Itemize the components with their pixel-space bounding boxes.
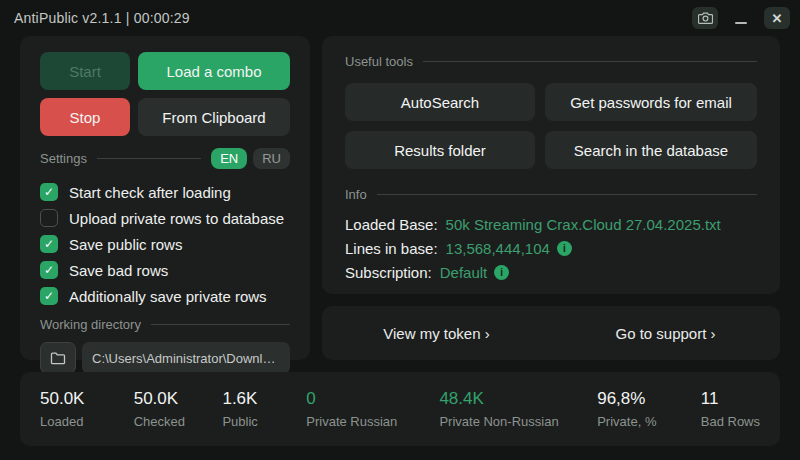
results-folder-button[interactable]: Results folder (345, 131, 535, 169)
working-directory-input[interactable] (82, 342, 290, 374)
lang-toggle-ru[interactable]: RU (253, 148, 290, 169)
stat-value: 50.0K (40, 389, 134, 409)
titlebar-controls: ✕ (692, 7, 790, 29)
app-window: AntiPublic v2.1.1 | 00:00:29 ✕ Start Loa… (0, 0, 800, 460)
useful-tools-buttons: AutoSearch Get passwords for email Resul… (345, 83, 757, 169)
view-token-link[interactable]: View my token › (383, 325, 489, 342)
folder-icon (50, 352, 66, 365)
subscription-row: Subscription: Default i (345, 260, 757, 284)
control-panel: Start Load a combo Stop From Clipboard S… (20, 36, 310, 360)
stat-value: 96,8% (597, 389, 701, 409)
checkbox-save-bad[interactable]: ✓ Save bad rows (40, 257, 290, 283)
search-database-button[interactable]: Search in the database (545, 131, 757, 169)
checkbox-label: Save bad rows (69, 262, 168, 279)
checkbox-checked-icon: ✓ (40, 287, 58, 305)
stat-value: 50.0K (134, 389, 223, 409)
stat-label: Checked (134, 414, 223, 429)
stat-bad-rows: 11 Bad Rows (701, 389, 760, 429)
settings-header: Settings EN RU (40, 148, 290, 169)
subscription-label: Subscription: (345, 264, 432, 281)
close-button[interactable]: ✕ (764, 7, 790, 29)
useful-tools-header: Useful tools (345, 54, 757, 69)
info-header: Info (345, 187, 757, 202)
tools-info-panel: Useful tools AutoSearch Get passwords fo… (322, 36, 780, 294)
minimize-icon (735, 22, 747, 24)
stat-loaded: 50.0K Loaded (40, 389, 134, 429)
divider (97, 158, 201, 159)
working-directory-label: Working directory (40, 317, 141, 332)
loaded-base-row: Loaded Base: 50k Streaming Crax.Cloud 27… (345, 212, 757, 236)
checkbox-label: Upload private rows to database (69, 210, 284, 227)
checkbox-label: Additionally save private rows (69, 288, 267, 305)
stop-button[interactable]: Stop (40, 98, 130, 136)
settings-checkboxes: ✓ Start check after loading Upload priva… (40, 179, 290, 309)
titlebar: AntiPublic v2.1.1 | 00:00:29 ✕ (0, 0, 800, 36)
stats-bar: 50.0K Loaded 50.0K Checked 1.6K Public 0… (20, 372, 780, 446)
stat-public: 1.6K Public (222, 389, 306, 429)
divider (377, 194, 757, 195)
start-button[interactable]: Start (40, 52, 130, 90)
stat-private-percent: 96,8% Private, % (597, 389, 701, 429)
checkbox-checked-icon: ✓ (40, 235, 58, 253)
view-token-half: View my token › (322, 325, 551, 342)
lines-in-base-row: Lines in base: 13,568,444,104 i (345, 236, 757, 260)
support-link[interactable]: Go to support › (615, 325, 715, 342)
checkbox-save-public[interactable]: ✓ Save public rows (40, 231, 290, 257)
checkbox-checked-icon: ✓ (40, 183, 58, 201)
info-icon[interactable]: i (494, 265, 509, 280)
stat-value: 1.6K (222, 389, 306, 409)
divider (151, 324, 290, 325)
stat-value: 11 (701, 389, 760, 409)
stat-label: Private Russian (306, 414, 439, 429)
checkbox-save-private[interactable]: ✓ Additionally save private rows (40, 283, 290, 309)
stat-value: 0 (306, 389, 439, 409)
lines-in-base-label: Lines in base: (345, 240, 438, 257)
useful-tools-label: Useful tools (345, 54, 413, 69)
camera-icon (698, 12, 713, 24)
minimize-button[interactable] (728, 7, 754, 29)
loaded-base-value: 50k Streaming Crax.Cloud 27.04.2025.txt (446, 216, 721, 233)
stat-label: Private, % (597, 414, 701, 429)
load-combo-button[interactable]: Load a combo (138, 52, 290, 90)
info-label: Info (345, 187, 367, 202)
checkbox-upload-private[interactable]: Upload private rows to database (40, 205, 290, 231)
stat-label: Loaded (40, 414, 134, 429)
stat-private-non-russian: 48.4K Private Non-Russian (439, 389, 597, 429)
stat-label: Public (222, 414, 306, 429)
stat-value: 48.4K (439, 389, 597, 409)
checkbox-label: Start check after loading (69, 184, 231, 201)
lang-toggle-en[interactable]: EN (211, 148, 247, 169)
info-rows: Loaded Base: 50k Streaming Crax.Cloud 27… (345, 212, 757, 284)
stat-private-russian: 0 Private Russian (306, 389, 439, 429)
stat-label: Private Non-Russian (439, 414, 597, 429)
divider (423, 61, 757, 62)
screenshot-button[interactable] (692, 7, 718, 29)
checkbox-label: Save public rows (69, 236, 182, 253)
support-half: Go to support › (551, 325, 780, 342)
get-passwords-button[interactable]: Get passwords for email (545, 83, 757, 121)
account-links-panel: View my token › Go to support › (322, 306, 780, 360)
settings-label: Settings (40, 151, 87, 166)
stat-label: Bad Rows (701, 414, 760, 429)
info-icon[interactable]: i (557, 241, 572, 256)
checkbox-unchecked-icon (40, 209, 58, 227)
autosearch-button[interactable]: AutoSearch (345, 83, 535, 121)
from-clipboard-button[interactable]: From Clipboard (138, 98, 290, 136)
close-icon: ✕ (772, 12, 783, 25)
lines-in-base-value: 13,568,444,104 (446, 240, 550, 257)
stat-checked: 50.0K Checked (134, 389, 223, 429)
main-actions: Start Load a combo Stop From Clipboard (40, 52, 290, 136)
checkbox-start-check[interactable]: ✓ Start check after loading (40, 179, 290, 205)
working-directory-row (40, 342, 290, 374)
browse-folder-button[interactable] (40, 342, 76, 374)
checkbox-checked-icon: ✓ (40, 261, 58, 279)
app-title: AntiPublic v2.1.1 | 00:00:29 (14, 10, 190, 26)
working-directory-header: Working directory (40, 317, 290, 332)
loaded-base-label: Loaded Base: (345, 216, 438, 233)
subscription-value: Default (440, 264, 488, 281)
